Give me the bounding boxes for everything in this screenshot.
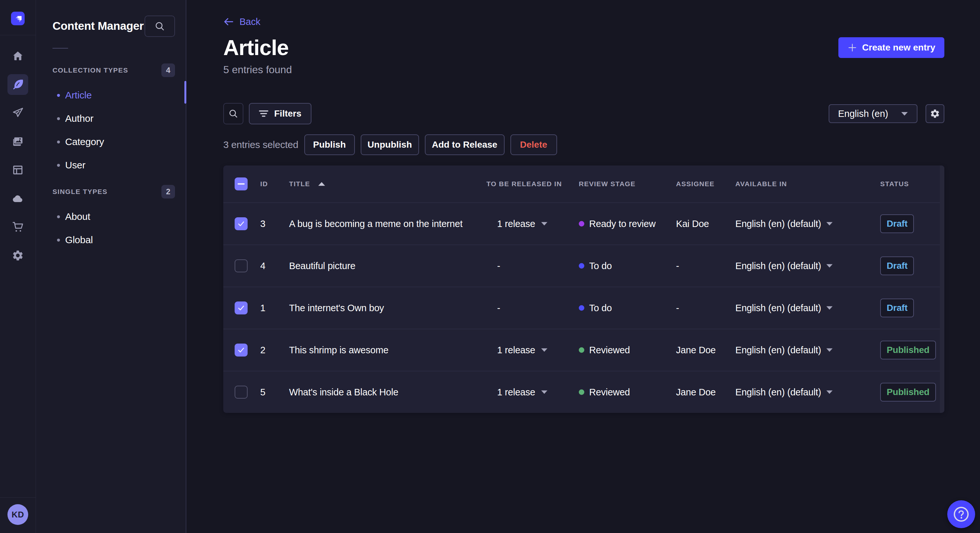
content-type-builder-nav-button[interactable] [8, 160, 28, 180]
strapi-logo-icon [13, 13, 24, 24]
status-badge: Published [880, 383, 936, 401]
row-assignee: - [676, 303, 679, 314]
bullet-icon [57, 117, 60, 120]
releases-nav-button[interactable] [8, 103, 28, 124]
create-new-entry-button[interactable]: Create new entry [838, 37, 944, 58]
row-review-stage: To do [579, 261, 612, 271]
subnav-header: Content Manager [52, 14, 186, 38]
row-assignee: Jane Doe [676, 345, 716, 355]
content-manager-nav-button[interactable] [8, 74, 28, 95]
feather-pen-icon [12, 78, 24, 90]
search-icon [154, 21, 165, 32]
home-nav-button[interactable] [8, 46, 28, 67]
row-released[interactable]: 1 release [497, 387, 548, 398]
row-locale[interactable]: English (en) (default) [735, 345, 833, 355]
row-checkbox[interactable] [235, 385, 248, 399]
review-stage-dot-icon [579, 221, 584, 227]
add-to-release-button[interactable]: Add to Release [425, 134, 504, 155]
column-header-id[interactable]: ID [260, 180, 268, 188]
single-types-header: SINGLE TYPES 2 [52, 185, 186, 198]
rail-divider [0, 35, 36, 35]
review-stage-dot-icon [579, 390, 584, 395]
row-checkbox[interactable] [235, 217, 248, 230]
sidebar-item-category[interactable]: Category [52, 130, 186, 154]
sort-ascending-icon[interactable] [318, 182, 325, 186]
row-title: Beautiful picture [289, 261, 355, 271]
caret-down-icon [826, 390, 833, 394]
sidebar-item-author[interactable]: Author [52, 107, 186, 130]
content-manager-subnav: Content Manager COLLECTION TYPES 4 Artic… [36, 0, 186, 533]
row-released[interactable]: 1 release [497, 345, 548, 355]
row-released[interactable]: - [497, 261, 500, 271]
publish-button[interactable]: Publish [304, 134, 355, 155]
row-id: 2 [260, 345, 266, 355]
question-mark-icon [953, 506, 969, 522]
row-title: This shrimp is awesome [289, 345, 388, 355]
column-header-status[interactable]: STATUS [880, 180, 909, 188]
user-avatar[interactable]: KD [8, 504, 28, 525]
back-link[interactable]: Back [223, 17, 260, 27]
shopping-cart-icon [12, 221, 24, 233]
collection-types-header: COLLECTION TYPES 4 [52, 63, 186, 77]
row-checkbox[interactable] [235, 301, 248, 314]
delete-button[interactable]: Delete [511, 134, 557, 155]
row-review-stage: Reviewed [579, 387, 630, 398]
row-id: 3 [260, 219, 266, 229]
toolbar-right: English (en) [829, 104, 944, 123]
settings-nav-button[interactable] [8, 245, 28, 266]
filters-button[interactable]: Filters [249, 103, 312, 124]
row-released[interactable]: - [497, 303, 500, 314]
row-locale[interactable]: English (en) (default) [735, 303, 833, 314]
row-review-stage: Reviewed [579, 345, 630, 355]
media-library-nav-button[interactable] [8, 131, 28, 152]
column-header-review[interactable]: REVIEW STAGE [579, 180, 635, 188]
entries-count-subtitle: 5 entries found [223, 64, 944, 76]
caret-down-icon [826, 348, 833, 352]
marketplace-nav-button[interactable] [8, 217, 28, 237]
row-checkbox[interactable] [235, 259, 248, 272]
bullet-icon [57, 215, 60, 218]
column-header-title[interactable]: TITLE [289, 180, 310, 188]
filter-icon [259, 110, 269, 117]
row-locale[interactable]: English (en) (default) [735, 261, 833, 271]
sidebar-item-article[interactable]: Article [52, 84, 186, 107]
locale-select[interactable]: English (en) [829, 104, 918, 123]
caret-down-icon [541, 348, 548, 352]
view-settings-button[interactable] [926, 104, 944, 123]
single-types-count-badge: 2 [161, 185, 175, 198]
collection-types-count-badge: 4 [161, 63, 175, 77]
sidebar-item-user[interactable]: User [52, 154, 186, 177]
bullet-icon [57, 164, 60, 167]
subnav-title: Content Manager [52, 19, 143, 32]
main-content: Back Article Create new entry 5 entries … [186, 0, 980, 533]
subnav-search-button[interactable] [145, 16, 175, 37]
sidebar-item-global[interactable]: Global [52, 228, 186, 252]
caret-down-icon [826, 222, 833, 226]
selection-count-text: 3 entries selected [223, 139, 299, 150]
sidebar-item-about[interactable]: About [52, 205, 186, 228]
status-badge: Draft [880, 257, 914, 275]
row-locale[interactable]: English (en) (default) [735, 219, 833, 229]
select-all-checkbox[interactable] [235, 178, 248, 190]
row-locale[interactable]: English (en) (default) [735, 387, 833, 398]
column-header-assignee[interactable]: ASSIGNEE [676, 180, 714, 188]
status-badge: Draft [880, 298, 914, 317]
paper-plane-icon [12, 107, 24, 119]
row-released[interactable]: 1 release [497, 219, 548, 229]
deploy-nav-button[interactable] [8, 188, 28, 209]
table-search-button[interactable] [223, 103, 243, 124]
strapi-logo[interactable] [11, 12, 25, 25]
plus-icon [848, 43, 857, 52]
rail-bottom-divider [0, 497, 36, 498]
column-header-released[interactable]: TO BE RELEASED IN [487, 180, 562, 188]
column-header-available[interactable]: AVAILABLE IN [735, 180, 787, 188]
unpublish-button[interactable]: Unpublish [361, 134, 419, 155]
indeterminate-dash-icon [237, 183, 245, 185]
images-icon [12, 135, 24, 148]
collection-types-label: COLLECTION TYPES [52, 67, 128, 74]
rail-bottom: KD [0, 497, 36, 533]
collection-types-list: Article Author Category User [52, 84, 186, 177]
row-id: 4 [260, 261, 266, 271]
help-button[interactable] [947, 500, 975, 528]
row-checkbox[interactable] [235, 344, 248, 357]
